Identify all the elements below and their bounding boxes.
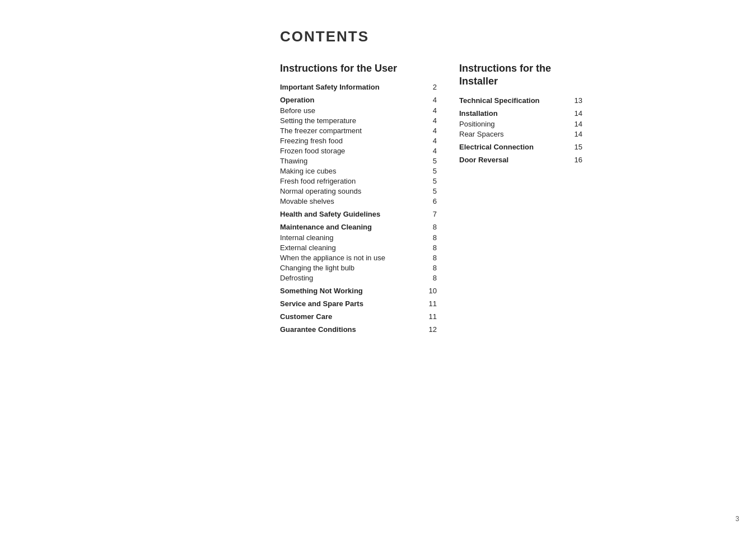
- toc-item: Normal operating sounds5: [280, 187, 437, 195]
- toc-item: Before use4: [280, 106, 437, 115]
- page-number: 3: [735, 515, 739, 523]
- toc-item: Health and Safety Guidelines7: [280, 210, 437, 218]
- toc-item: Installation14: [459, 109, 582, 118]
- toc-item-label: The freezer compartment: [280, 127, 362, 135]
- toc-item-page: 8: [426, 254, 437, 262]
- toc-item-page: 14: [571, 120, 582, 128]
- toc-item-page: 4: [426, 106, 437, 115]
- toc-item-label: Frozen food storage: [280, 147, 345, 155]
- user-toc-list: Important Safety Information2Operation4B…: [280, 83, 437, 334]
- toc-item: Changing the light bulb8: [280, 264, 437, 272]
- toc-item-page: 10: [426, 287, 437, 295]
- toc-item-label: Something Not Working: [280, 287, 363, 295]
- toc-item: Setting the temperature4: [280, 116, 437, 125]
- toc-item-label: Freezing fresh food: [280, 137, 343, 145]
- user-instructions-column: Instructions for the User Important Safe…: [280, 62, 437, 336]
- toc-item-label: Operation: [280, 96, 314, 104]
- toc-item-label: Rear Spacers: [459, 130, 503, 138]
- toc-item-label: Guarantee Conditions: [280, 325, 356, 334]
- toc-item-label: Defrosting: [280, 274, 313, 282]
- installer-instructions-column: Instructions for the Installer Technical…: [459, 62, 582, 336]
- toc-item: Service and Spare Parts11: [280, 299, 437, 308]
- page-title: CONTENTS: [280, 28, 706, 45]
- toc-item-page: 8: [426, 274, 437, 282]
- toc-item: Door Reversal16: [459, 156, 582, 164]
- toc-item-label: Positioning: [459, 120, 495, 128]
- toc-item-label: Normal operating sounds: [280, 187, 361, 195]
- toc-item: Positioning14: [459, 120, 582, 128]
- toc-item-label: Important Safety Information: [280, 83, 380, 91]
- toc-item: Freezing fresh food4: [280, 137, 437, 145]
- toc-item-label: Installation: [459, 109, 498, 118]
- toc-item: External cleaning8: [280, 243, 437, 252]
- toc-item: Defrosting8: [280, 274, 437, 282]
- toc-item-page: 11: [426, 299, 437, 308]
- toc-item: Making ice cubes5: [280, 167, 437, 175]
- toc-item-label: Thawing: [280, 157, 307, 165]
- toc-item-page: 8: [426, 223, 437, 231]
- toc-item-page: 14: [571, 109, 582, 118]
- toc-item: Customer Care11: [280, 312, 437, 321]
- toc-item-page: 16: [571, 156, 582, 164]
- toc-item-label: Maintenance and Cleaning: [280, 223, 372, 231]
- toc-item-page: 4: [426, 116, 437, 125]
- toc-item-page: 8: [426, 233, 437, 242]
- toc-item-label: Technical Specification: [459, 96, 540, 105]
- toc-item-label: Changing the light bulb: [280, 264, 354, 272]
- toc-item-label: External cleaning: [280, 243, 336, 252]
- toc-item: The freezer compartment4: [280, 127, 437, 135]
- toc-item-label: Making ice cubes: [280, 167, 336, 175]
- toc-item-label: Health and Safety Guidelines: [280, 210, 380, 218]
- toc-item: Fresh food refrigeration5: [280, 177, 437, 185]
- toc-item-page: 13: [571, 96, 582, 105]
- toc-item-page: 4: [426, 147, 437, 155]
- toc-item: Guarantee Conditions12: [280, 325, 437, 334]
- toc-item-label: Movable shelves: [280, 197, 334, 205]
- toc-item-page: 5: [426, 157, 437, 165]
- toc-item-label: Customer Care: [280, 312, 332, 321]
- toc-item-page: 7: [426, 210, 437, 218]
- toc-item-label: Service and Spare Parts: [280, 299, 363, 308]
- toc-item-page: 2: [426, 83, 437, 91]
- installer-toc-list: Technical Specification13Installation14P…: [459, 96, 582, 164]
- toc-item: Maintenance and Cleaning8: [280, 223, 437, 231]
- toc-item-page: 12: [426, 325, 437, 334]
- toc-item: When the appliance is not in use8: [280, 254, 437, 262]
- toc-item: Movable shelves6: [280, 197, 437, 205]
- toc-item-page: 4: [426, 127, 437, 135]
- toc-item-page: 5: [426, 167, 437, 175]
- toc-item-page: 6: [426, 197, 437, 205]
- toc-item: Internal cleaning8: [280, 233, 437, 242]
- toc-item: Technical Specification13: [459, 96, 582, 105]
- toc-item-label: Before use: [280, 106, 315, 115]
- toc-item: Important Safety Information2: [280, 83, 437, 91]
- toc-item-label: Door Reversal: [459, 156, 508, 164]
- toc-item-page: 11: [426, 312, 437, 321]
- toc-item-label: Electrical Connection: [459, 143, 534, 151]
- user-section-heading: Instructions for the User: [280, 62, 437, 75]
- installer-section-heading: Instructions for the Installer: [459, 62, 582, 88]
- toc-item-page: 14: [571, 130, 582, 138]
- toc-item-page: 8: [426, 243, 437, 252]
- toc-item-page: 8: [426, 264, 437, 272]
- toc-item-page: 4: [426, 137, 437, 145]
- toc-item-page: 5: [426, 187, 437, 195]
- toc-item: Frozen food storage4: [280, 147, 437, 155]
- toc-item: Something Not Working10: [280, 287, 437, 295]
- toc-item-page: 4: [426, 96, 437, 104]
- toc-item-label: Internal cleaning: [280, 233, 333, 242]
- toc-item-label: When the appliance is not in use: [280, 254, 385, 262]
- toc-item: Rear Spacers14: [459, 130, 582, 138]
- toc-item-label: Setting the temperature: [280, 116, 356, 125]
- toc-item: Operation4: [280, 96, 437, 104]
- toc-item-page: 15: [571, 143, 582, 151]
- toc-item-label: Fresh food refrigeration: [280, 177, 356, 185]
- toc-item: Electrical Connection15: [459, 143, 582, 151]
- toc-item: Thawing5: [280, 157, 437, 165]
- toc-item-page: 5: [426, 177, 437, 185]
